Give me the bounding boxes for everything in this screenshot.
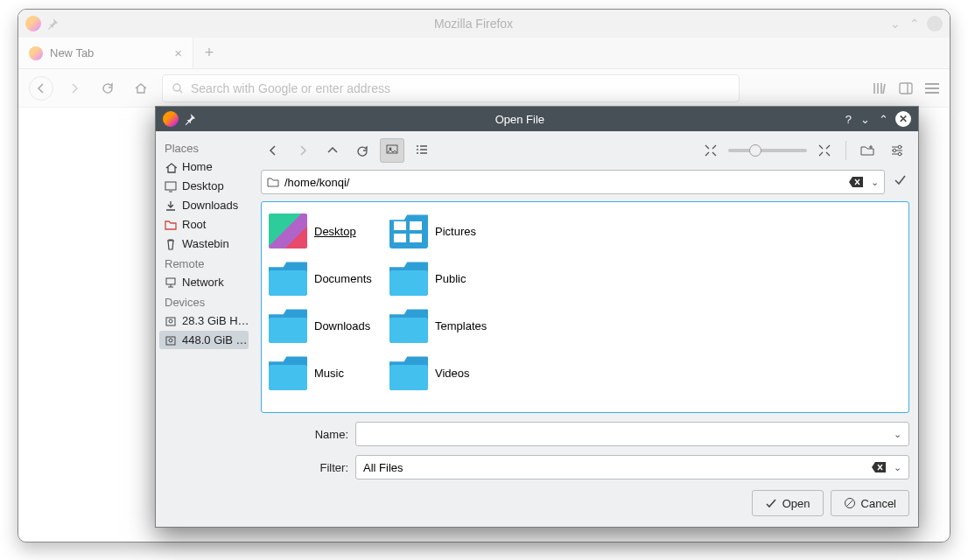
zoom-slider[interactable] [728, 149, 807, 152]
sidebar-item[interactable]: 448.0 GiB … [159, 331, 249, 349]
svg-point-5 [169, 319, 172, 323]
network-icon [165, 276, 177, 289]
file-item[interactable]: Documents [265, 255, 386, 302]
filter-label: Filter: [261, 461, 348, 474]
help-button[interactable]: ? [844, 113, 853, 126]
dialog-maximize-button[interactable]: ⌃ [877, 113, 890, 126]
filter-dropdown[interactable]: ⌄ [894, 462, 901, 473]
desktop-icon [165, 180, 177, 192]
dialog-titlebar: Open File ? ⌄ ⌃ ✕ [156, 107, 918, 131]
file-label: Public [435, 272, 466, 285]
file-label: Desktop [314, 225, 356, 238]
settings-button[interactable] [885, 138, 909, 163]
dialog-minimize-button[interactable]: ⌄ [859, 113, 872, 126]
sidebar-item[interactable]: Network [159, 273, 249, 291]
nav-back-button[interactable] [261, 138, 285, 163]
svg-rect-6 [166, 337, 175, 345]
places-sidebar: PlacesHomeDesktopDownloadsRootWastebinRe… [156, 131, 252, 527]
zoom-in-button[interactable] [812, 138, 837, 163]
downloads-icon [165, 200, 177, 212]
sidebar-item-label: Root [182, 218, 206, 231]
sidebar-item[interactable]: Downloads [159, 196, 249, 214]
file-item[interactable]: Public [386, 255, 507, 302]
sidebar-item-label: Network [182, 276, 224, 289]
file-label: Documents [314, 272, 372, 285]
list-view-button[interactable] [410, 138, 434, 163]
sidebar-item[interactable]: Root [159, 215, 249, 234]
cancel-button[interactable]: Cancel [831, 490, 909, 516]
path-input[interactable] [284, 176, 841, 189]
dialog-app-icon [163, 111, 179, 127]
sidebar-item-label: Desktop [182, 179, 224, 192]
sidebar-item[interactable]: Desktop [159, 177, 249, 195]
sidebar-item-label: 448.0 GiB … [182, 333, 247, 346]
sidebar-item[interactable]: Home [159, 158, 249, 176]
sidebar-header: Remote [159, 254, 249, 272]
zoom-out-button[interactable] [698, 138, 723, 163]
filter-value: All Files [363, 461, 864, 474]
svg-point-11 [893, 149, 896, 152]
svg-rect-3 [166, 278, 175, 284]
root-icon [165, 219, 177, 231]
sidebar-item[interactable]: Wastebin [159, 234, 249, 253]
pin-icon[interactable] [184, 113, 196, 125]
file-item[interactable]: Videos [386, 349, 507, 396]
svg-rect-2 [165, 182, 176, 190]
sidebar-item-label: Downloads [182, 199, 238, 212]
filter-field[interactable]: All Files ⌄ [355, 455, 909, 480]
svg-point-12 [898, 152, 901, 156]
sidebar-item-label: Home [182, 160, 213, 173]
name-dropdown[interactable]: ⌄ [894, 429, 901, 440]
sidebar-header: Places [159, 138, 249, 157]
drive-icon [165, 315, 177, 327]
dialog-close-button[interactable]: ✕ [895, 111, 911, 127]
reload-folder-button[interactable] [350, 138, 375, 163]
dialog-toolbar [261, 138, 909, 163]
file-list[interactable]: DesktopPicturesDocumentsPublicDownloadsT… [261, 201, 909, 413]
name-label: Name: [261, 428, 348, 441]
trash-icon [165, 238, 177, 250]
clear-path-button[interactable] [846, 172, 866, 192]
svg-rect-4 [166, 318, 175, 326]
file-label: Pictures [435, 225, 476, 238]
file-label: Music [314, 367, 344, 380]
folder-icon [267, 176, 279, 188]
new-folder-button[interactable] [855, 138, 880, 163]
accept-path-button[interactable] [890, 170, 909, 189]
nav-up-button[interactable] [320, 138, 345, 163]
nav-forward-button[interactable] [291, 138, 315, 163]
open-file-dialog: Open File ? ⌄ ⌃ ✕ PlacesHomeDesktopDownl… [155, 106, 919, 528]
file-label: Templates [435, 319, 487, 332]
open-button[interactable]: Open [752, 490, 824, 516]
file-item[interactable]: Pictures [386, 207, 507, 255]
svg-point-10 [898, 145, 901, 149]
sidebar-item-label: Wastebin [182, 237, 229, 250]
dialog-title: Open File [201, 113, 838, 126]
cancel-icon [844, 497, 856, 509]
file-label: Downloads [314, 319, 370, 332]
sidebar-header: Devices [159, 292, 249, 311]
home-icon [165, 161, 177, 173]
name-input[interactable] [363, 428, 888, 441]
file-item[interactable]: Templates [386, 302, 507, 349]
file-item[interactable]: Downloads [265, 302, 386, 349]
path-history-dropdown[interactable]: ⌄ [871, 177, 879, 188]
file-item[interactable]: Music [265, 349, 386, 396]
drive-icon [165, 334, 177, 346]
sidebar-item[interactable]: 28.3 GiB H… [159, 312, 249, 330]
check-icon [765, 497, 777, 509]
file-item[interactable]: Desktop [265, 207, 386, 255]
clear-filter-button[interactable] [869, 458, 888, 477]
svg-point-7 [169, 339, 172, 342]
icon-view-button[interactable] [380, 138, 404, 163]
name-field[interactable]: ⌄ [355, 422, 909, 446]
file-label: Videos [435, 367, 470, 380]
sidebar-item-label: 28.3 GiB H… [182, 314, 249, 327]
path-input-container: ⌄ [261, 170, 885, 194]
